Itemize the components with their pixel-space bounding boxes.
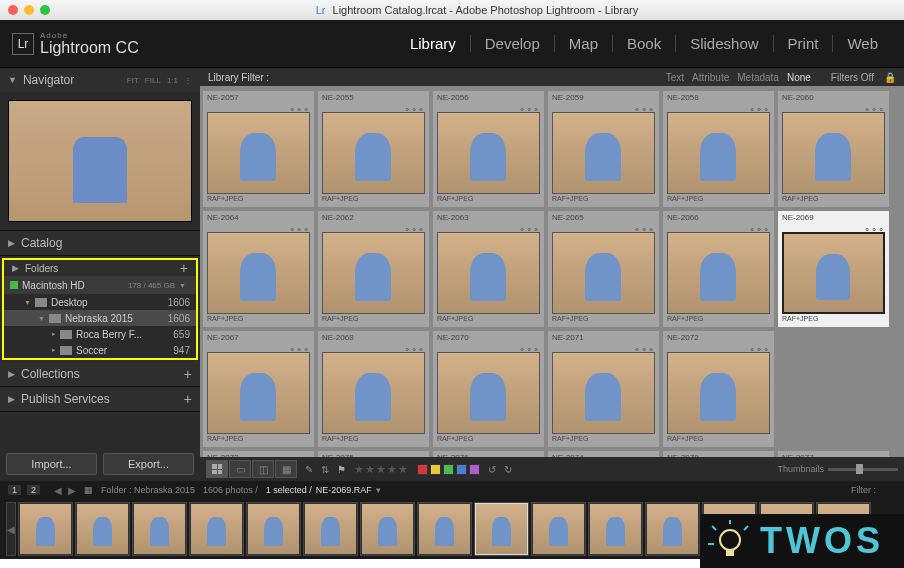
color-label-swatch[interactable] — [469, 464, 480, 475]
volume-row[interactable]: Macintosh HD 178 / 465 GB ▼ — [4, 276, 196, 294]
survey-view-button[interactable]: ▦ — [275, 460, 297, 478]
filmstrip-filter-label[interactable]: Filter : — [851, 485, 876, 495]
compare-view-button[interactable]: ◫ — [252, 460, 274, 478]
filmstrip-thumbnail[interactable] — [417, 502, 472, 556]
navigator-header[interactable]: ▼ Navigator FITFILL1:1⋮ — [0, 68, 200, 92]
thumbnail-cell[interactable]: NE-2065∘∘∘RAF+JPEG — [547, 210, 660, 328]
filmstrip-thumbnail[interactable] — [18, 502, 73, 556]
minimize-icon[interactable] — [24, 5, 34, 15]
thumbnail-cell[interactable]: NE-2072∘∘∘RAF+JPEG — [662, 330, 775, 448]
thumbnail-cell[interactable]: NE-2070∘∘∘RAF+JPEG — [432, 330, 545, 448]
dropdown-icon[interactable]: ▾ — [376, 485, 381, 495]
filmstrip-thumbnail[interactable] — [588, 502, 643, 556]
filter-tab-none[interactable]: None — [787, 72, 811, 83]
thumbnail-cell[interactable]: NE-2056∘∘∘RAF+JPEG — [432, 90, 545, 208]
loupe-view-button[interactable]: ▭ — [229, 460, 251, 478]
filter-tab-attribute[interactable]: Attribute — [692, 72, 729, 83]
sort-icon[interactable]: ⇅ — [321, 464, 329, 475]
source-folder[interactable]: Folder : Nebraska 2015 — [101, 485, 195, 495]
publish-header[interactable]: ▶ Publish Services + — [0, 387, 200, 411]
thumbnail-cell[interactable]: NE-2075∘∘∘RAF+JPEG — [317, 450, 430, 457]
plus-icon[interactable]: + — [180, 260, 188, 276]
thumbnail-cell[interactable]: NE-2059∘∘∘RAF+JPEG — [547, 90, 660, 208]
color-label-swatch[interactable] — [456, 464, 467, 475]
filmstrip-scroll-left[interactable]: ◀ — [6, 502, 16, 556]
rotate-cw-icon[interactable]: ↻ — [504, 464, 512, 475]
folder-row[interactable]: ▸Roca Berry F...659 — [4, 326, 196, 342]
filmstrip-thumbnail[interactable] — [75, 502, 130, 556]
module-picker[interactable]: LibraryDevelopMapBookSlideshowPrintWeb — [410, 35, 892, 52]
thumbnail-cell[interactable]: NE-2064∘∘∘RAF+JPEG — [202, 210, 315, 328]
thumbnail-cell[interactable]: NE-2074∘∘∘RAF+JPEG — [547, 450, 660, 457]
display-count-1[interactable]: 1 — [8, 485, 21, 495]
filmstrip-thumbnail[interactable] — [189, 502, 244, 556]
navigator-zoom-1:1[interactable]: 1:1 — [167, 76, 178, 85]
color-label-swatch[interactable] — [443, 464, 454, 475]
nav-fwd-icon[interactable]: ▶ — [68, 485, 76, 496]
thumbnail-cell[interactable]: NE-2057∘∘∘RAF+JPEG — [202, 90, 315, 208]
thumbnail-size-slider[interactable] — [828, 468, 898, 471]
module-web[interactable]: Web — [847, 35, 892, 52]
color-label-swatch[interactable] — [430, 464, 441, 475]
thumbnail-cell[interactable]: NE-2077∘∘∘RAF+JPEG — [777, 450, 890, 457]
thumbnail-cell[interactable]: NE-2062∘∘∘RAF+JPEG — [317, 210, 430, 328]
navigator-zoom-fill[interactable]: FILL — [145, 76, 161, 85]
rating-stars[interactable]: ★★★★★ — [354, 463, 409, 476]
rotate-ccw-icon[interactable]: ↺ — [488, 464, 496, 475]
filter-tab-text[interactable]: Text — [666, 72, 684, 83]
thumbnail-cell[interactable]: NE-2071∘∘∘RAF+JPEG — [547, 330, 660, 448]
export-button[interactable]: Export... — [103, 453, 194, 475]
thumbnail-cell[interactable]: NE-2073∘∘∘RAF+JPEG — [202, 450, 315, 457]
maximize-icon[interactable] — [40, 5, 50, 15]
thumbnail-format: RAF+JPEG — [782, 195, 885, 205]
navigator-zoom-⋮[interactable]: ⋮ — [184, 76, 192, 85]
thumbnail-cell[interactable]: NE-2058∘∘∘RAF+JPEG — [662, 90, 775, 208]
display-count-2[interactable]: 2 — [27, 485, 40, 495]
import-button[interactable]: Import... — [6, 453, 97, 475]
catalog-header[interactable]: ▶ Catalog — [0, 231, 200, 255]
flag-icon[interactable]: ⚑ — [337, 464, 346, 475]
filters-off-label[interactable]: Filters Off — [831, 72, 874, 83]
filter-tab-metadata[interactable]: Metadata — [737, 72, 779, 83]
thumbnail-cell[interactable]: NE-2066∘∘∘RAF+JPEG — [662, 210, 775, 328]
chevron-right-icon: ▸ — [52, 346, 56, 354]
plus-icon[interactable]: + — [184, 391, 192, 407]
folder-row[interactable]: ▼Desktop1606 — [4, 294, 196, 310]
thumbnail-cell[interactable]: NE-2078∘∘∘RAF+JPEG — [662, 450, 775, 457]
close-icon[interactable] — [8, 5, 18, 15]
folder-row[interactable]: ▼Nebraska 20151606 — [4, 310, 196, 326]
folders-header[interactable]: ▶ Folders + — [4, 260, 196, 276]
filmstrip-thumbnail[interactable] — [645, 502, 700, 556]
filmstrip-thumbnail[interactable] — [246, 502, 301, 556]
thumbnail-cell[interactable]: NE-2076∘∘∘RAF+JPEG — [432, 450, 545, 457]
thumbnail-cell[interactable]: NE-2069∘∘∘RAF+JPEG — [777, 210, 890, 328]
thumbnail-cell[interactable]: NE-2068∘∘∘RAF+JPEG — [317, 330, 430, 448]
filmstrip-thumbnail[interactable] — [303, 502, 358, 556]
filmstrip-thumbnail[interactable] — [531, 502, 586, 556]
module-print[interactable]: Print — [788, 35, 834, 52]
filmstrip-thumbnail[interactable] — [360, 502, 415, 556]
module-map[interactable]: Map — [569, 35, 613, 52]
lock-icon[interactable]: 🔒 — [884, 72, 896, 83]
thumbnail-cell[interactable]: NE-2060∘∘∘RAF+JPEG — [777, 90, 890, 208]
navigator-preview[interactable] — [8, 100, 192, 222]
plus-icon[interactable]: + — [184, 366, 192, 382]
module-book[interactable]: Book — [627, 35, 676, 52]
thumbnail-cell[interactable]: NE-2067∘∘∘RAF+JPEG — [202, 330, 315, 448]
thumbnail-cell[interactable]: NE-2063∘∘∘RAF+JPEG — [432, 210, 545, 328]
painter-icon[interactable]: ✎ — [305, 464, 313, 475]
module-library[interactable]: Library — [410, 35, 471, 52]
folder-row[interactable]: ▸Soccer947 — [4, 342, 196, 358]
window-controls — [8, 5, 50, 15]
navigator-zoom-fit[interactable]: FIT — [127, 76, 139, 85]
filmstrip-thumbnail[interactable] — [132, 502, 187, 556]
module-develop[interactable]: Develop — [485, 35, 555, 52]
filmstrip-thumbnail[interactable] — [474, 502, 529, 556]
color-label-swatch[interactable] — [417, 464, 428, 475]
collections-header[interactable]: ▶ Collections + — [0, 362, 200, 386]
grid-icon[interactable]: ▦ — [84, 485, 93, 495]
thumbnail-cell[interactable]: NE-2055∘∘∘RAF+JPEG — [317, 90, 430, 208]
module-slideshow[interactable]: Slideshow — [690, 35, 773, 52]
grid-view-button[interactable] — [206, 460, 228, 478]
nav-back-icon[interactable]: ◀ — [54, 485, 62, 496]
